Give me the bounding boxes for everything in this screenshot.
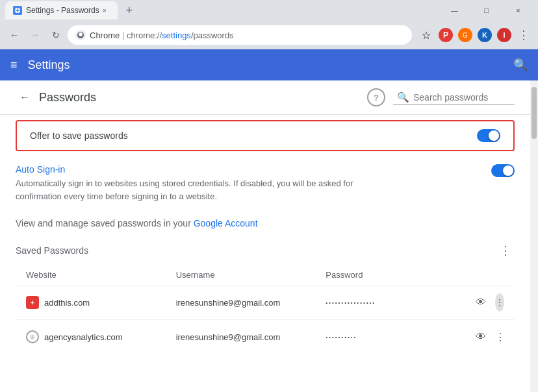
offer-save-toggle[interactable]	[477, 129, 500, 142]
search-icon: 🔍	[397, 92, 409, 103]
browser-toolbar: ← → ↻ Chrome | chrome://settings/passwor…	[0, 21, 538, 49]
url-domain: chrome://	[127, 31, 162, 40]
page-title: Passwords	[39, 91, 367, 104]
row1-reveal-password-button[interactable]: 👁	[476, 293, 486, 312]
auto-signin-section: Auto Sign-in Automatically sign in to we…	[0, 156, 530, 210]
agencyanalytics-favicon: ⊕	[26, 330, 39, 343]
pinterest-extension[interactable]: P	[437, 26, 455, 44]
table-row: ⊕ agencyanalytics.com irenesunshine9@gma…	[16, 319, 515, 354]
auto-signin-toggle-slider	[491, 164, 515, 177]
row1-username: irenesunshine9@gmail.com	[171, 293, 321, 313]
passwords-page: ← Passwords ? 🔍 Offer to save passwords	[0, 80, 530, 359]
help-button[interactable]: ?	[367, 88, 385, 106]
row2-password: ••••••••••	[320, 329, 470, 345]
row1-site-name: addthis.com	[44, 298, 90, 308]
row2-reveal-password-button[interactable]: 👁	[476, 328, 486, 346]
minimize-button[interactable]: —	[440, 1, 469, 19]
tab-title: Settings - Passwords	[26, 6, 99, 15]
grammarly-extension[interactable]: G	[456, 26, 474, 44]
table-row: + addthis.com irenesunshine9@gmail.com •…	[16, 285, 515, 319]
address-text: Chrome | chrome://settings/passwords	[90, 31, 234, 40]
auto-signin-text: Auto Sign-in Automatically sign in to we…	[16, 164, 481, 202]
account-avatar-i[interactable]: I	[495, 26, 513, 44]
saved-passwords-title: Saved Passwords	[16, 245, 88, 256]
scrollbar[interactable]	[530, 80, 538, 392]
search-passwords-input[interactable]	[413, 92, 511, 103]
auto-signin-row: Auto Sign-in Automatically sign in to we…	[16, 164, 515, 202]
row2-website: ⊕ agencyanalytics.com	[21, 325, 171, 349]
passwords-table: Website Username Password +	[16, 265, 515, 354]
toolbar-actions: ☆ P G K I ⋮	[417, 26, 533, 44]
active-tab[interactable]: Settings - Passwords ×	[5, 1, 118, 19]
settings-app-header: ≡ Settings 🔍	[0, 49, 538, 80]
toggle-slider	[477, 129, 500, 142]
saved-passwords-header: Saved Passwords ⋮	[16, 241, 515, 260]
close-button[interactable]: ×	[504, 1, 533, 19]
row2-username: irenesunshine9@gmail.com	[171, 327, 321, 347]
main-content: ← Passwords ? 🔍 Offer to save passwords	[0, 80, 530, 392]
forward-button: →	[26, 26, 44, 44]
page-actions: ? 🔍	[367, 88, 515, 106]
row2-more-action: ⋮	[490, 323, 509, 351]
row1-website: + addthis.com	[21, 291, 171, 314]
scrollbar-thumb[interactable]	[532, 87, 537, 139]
browser-name: Chrome	[90, 31, 120, 40]
row1-more-options-button[interactable]: ⋮	[495, 293, 504, 312]
pinterest-icon: P	[439, 28, 453, 42]
refresh-button[interactable]: ↻	[47, 26, 65, 44]
url-path: settings	[162, 31, 191, 40]
saved-passwords-more-button[interactable]: ⋮	[496, 241, 515, 260]
saved-passwords-section: Saved Passwords ⋮ Website Username Passw…	[0, 236, 530, 359]
row2-more-options-button[interactable]: ⋮	[495, 328, 506, 346]
site-security-icon	[75, 30, 86, 40]
account-link-section: View and manage saved passwords in your …	[0, 210, 530, 236]
col-username: Username	[171, 267, 321, 282]
col-password: Password	[320, 267, 470, 282]
url-separator: |	[122, 31, 127, 40]
hamburger-menu-button[interactable]: ≡	[10, 58, 18, 72]
window-controls: — □ ×	[440, 1, 533, 19]
google-account-link[interactable]: Google Account	[194, 218, 258, 228]
row1-password-dots: ••••••••••••••••	[326, 300, 376, 306]
maximize-button[interactable]: □	[472, 1, 501, 19]
col-actions-2	[490, 267, 509, 282]
new-tab-button[interactable]: +	[120, 1, 138, 19]
header-search-button[interactable]: 🔍	[513, 58, 528, 72]
col-website: Website	[21, 267, 171, 282]
row1-password: ••••••••••••••••	[320, 295, 470, 311]
auto-signin-description: Automatically sign in to websites using …	[16, 177, 379, 202]
row2-eye-action: 👁	[470, 323, 490, 351]
avatar-k-icon: K	[478, 28, 492, 42]
avatar-i-icon: I	[497, 28, 511, 42]
tab-close-button[interactable]: ×	[99, 5, 110, 16]
grammarly-icon: G	[458, 28, 472, 42]
url-rest: /passwords	[191, 31, 234, 40]
account-link-text: View and manage saved passwords in your	[16, 218, 194, 228]
content-area: ← Passwords ? 🔍 Offer to save passwords	[0, 80, 538, 392]
tab-favicon	[13, 6, 22, 15]
page-back-button[interactable]: ←	[16, 88, 34, 106]
search-passwords-box[interactable]: 🔍	[393, 90, 515, 105]
offer-save-row: Offer to save passwords	[16, 120, 515, 151]
back-button[interactable]: ←	[5, 26, 23, 44]
col-actions-1	[470, 267, 490, 282]
table-header: Website Username Password	[16, 265, 515, 285]
auto-signin-title: Auto Sign-in	[16, 164, 481, 175]
row2-site-name: agencyanalytics.com	[44, 332, 123, 342]
account-avatar-k[interactable]: K	[476, 26, 494, 44]
page-header: ← Passwords ? 🔍	[0, 80, 530, 115]
browser-window: Settings - Passwords × + — □ × ← → ↻ Chr…	[0, 0, 538, 392]
addthis-favicon: +	[26, 296, 39, 309]
bookmark-button[interactable]: ☆	[417, 26, 435, 44]
row2-password-dots: ••••••••••	[326, 334, 357, 340]
auto-signin-toggle[interactable]	[491, 164, 515, 177]
address-bar[interactable]: Chrome | chrome://settings/passwords	[68, 25, 412, 45]
title-bar: Settings - Passwords × + — □ ×	[0, 0, 538, 21]
svg-point-2	[79, 32, 83, 36]
chrome-menu-button[interactable]: ⋮	[515, 26, 533, 44]
app-title: Settings	[28, 58, 513, 72]
tab-bar: Settings - Passwords × +	[5, 1, 440, 19]
row1-eye-action: 👁	[470, 288, 490, 317]
offer-save-label: Offer to save passwords	[30, 130, 128, 141]
row1-more-action: ⋮	[490, 288, 509, 317]
